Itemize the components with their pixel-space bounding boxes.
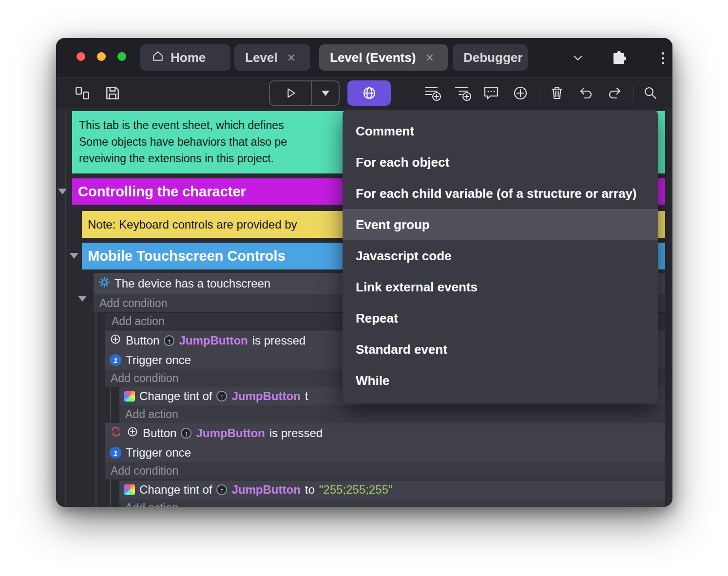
tab-level[interactable]: Level × [234, 44, 310, 71]
extensions-puzzle-icon[interactable] [610, 49, 628, 67]
search-icon[interactable] [638, 80, 663, 106]
group-title: Mobile Touchscreen Controls [88, 248, 286, 264]
tabs-chevron-down-icon[interactable] [569, 49, 587, 67]
add-event-icon[interactable] [420, 80, 445, 106]
delete-trash-icon[interactable] [544, 80, 570, 106]
inverted-condition-icon [110, 425, 122, 441]
preview-dropdown-button[interactable] [312, 81, 339, 105]
note-text: Note: Keyboard controls are provided by [88, 218, 297, 231]
add-condition-button[interactable]: Add condition [105, 462, 665, 480]
add-action-button[interactable]: Add action [119, 405, 665, 423]
save-icon[interactable] [100, 80, 125, 106]
collapse-arrow-icon[interactable] [70, 253, 78, 259]
tint-value: "255;255;255" [319, 483, 393, 497]
button-control-icon [127, 426, 138, 441]
network-preview-button[interactable] [347, 80, 391, 106]
menu-item-standard-event[interactable]: Standard event [343, 334, 658, 365]
collapse-arrow-icon[interactable] [78, 296, 87, 302]
add-action-button[interactable]: Add action [119, 499, 665, 507]
tab-label: Debugger [463, 50, 522, 65]
action-row[interactable]: Change tint of ↑ JumpButton to "255;255;… [119, 480, 665, 499]
tab-label: Home [171, 50, 206, 65]
home-icon [151, 49, 165, 66]
object-name: JumpButton [179, 334, 248, 347]
condition-row[interactable]: Button ↑ JumpButton is pressed [105, 423, 665, 443]
tab-debugger[interactable]: Debugger [453, 44, 528, 71]
tab-label: Level (Events) [330, 50, 416, 65]
app-window: Home Level × Level (Events) × Debugger [56, 38, 672, 507]
tint-color-icon [124, 484, 135, 495]
menu-item-javascript-code[interactable]: Javascript code [343, 240, 658, 271]
add-comment-icon[interactable] [479, 80, 504, 106]
trigger-once-icon: 1 [110, 354, 121, 366]
undo-icon[interactable] [573, 80, 598, 106]
object-name: JumpButton [196, 426, 265, 440]
tree-guide-line [65, 111, 66, 507]
project-panels-icon[interactable] [70, 80, 95, 106]
event-sheet: This tab is the event sheet, which defin… [56, 108, 672, 507]
add-event-context-menu: Comment For each object For each child v… [343, 110, 658, 403]
preview-button-group [269, 80, 340, 106]
group-title: Controlling the character [78, 184, 246, 200]
jumpbutton-object-icon: ↑ [181, 428, 192, 439]
close-window-button[interactable] [77, 52, 85, 61]
menu-item-link-external-events[interactable]: Link external events [343, 271, 658, 303]
condition-row[interactable]: 1 Trigger once [105, 443, 665, 462]
minimize-window-button[interactable] [97, 52, 106, 61]
titlebar: Home Level × Level (Events) × Debugger [56, 38, 672, 77]
gear-icon [98, 276, 110, 291]
dropdown-arrow-icon [322, 91, 329, 96]
trigger-once-icon: 1 [110, 447, 121, 459]
toolbar-divider [633, 84, 634, 102]
jumpbutton-object-icon: ↑ [216, 391, 227, 402]
tree-guide-line [96, 312, 96, 507]
close-tab-icon[interactable]: × [287, 50, 296, 66]
menu-item-while[interactable]: While [343, 365, 658, 396]
tint-color-icon [124, 391, 135, 402]
button-control-icon [110, 333, 121, 348]
close-tab-icon[interactable]: × [425, 50, 434, 66]
tab-level-events[interactable]: Level (Events) × [319, 44, 448, 71]
jumpbutton-object-icon: ↑ [164, 335, 174, 346]
menu-item-comment[interactable]: Comment [343, 115, 658, 147]
more-options-kebab-icon[interactable] [653, 49, 672, 67]
toolbar-divider [539, 84, 539, 102]
object-name: JumpButton [231, 483, 300, 497]
globe-icon [361, 85, 378, 101]
object-name: JumpButton [231, 389, 300, 403]
menu-item-repeat[interactable]: Repeat [343, 303, 658, 334]
maximize-window-button[interactable] [117, 52, 126, 61]
toolbar [56, 77, 672, 108]
menu-item-event-group[interactable]: Event group [343, 209, 658, 240]
redo-icon[interactable] [602, 80, 628, 106]
add-subevent-icon[interactable] [450, 80, 476, 106]
tab-home[interactable]: Home [140, 44, 230, 71]
jumpbutton-object-icon: ↑ [216, 484, 227, 495]
play-preview-button[interactable] [270, 81, 312, 105]
tab-label: Level [245, 50, 278, 65]
menu-item-for-each-object[interactable]: For each object [343, 147, 658, 178]
collapse-arrow-icon[interactable] [58, 189, 67, 194]
condition-text: The device has a touchscreen [115, 277, 270, 290]
event-jumpbutton-pressed-inverted[interactable]: Button ↑ JumpButton is pressed 1 Trigger… [105, 423, 665, 480]
menu-item-for-each-child-variable[interactable]: For each child variable (of a structure … [343, 178, 658, 209]
action-change-tint-white[interactable]: Change tint of ↑ JumpButton to "255;255;… [119, 480, 665, 507]
add-circle-icon[interactable] [508, 80, 533, 106]
